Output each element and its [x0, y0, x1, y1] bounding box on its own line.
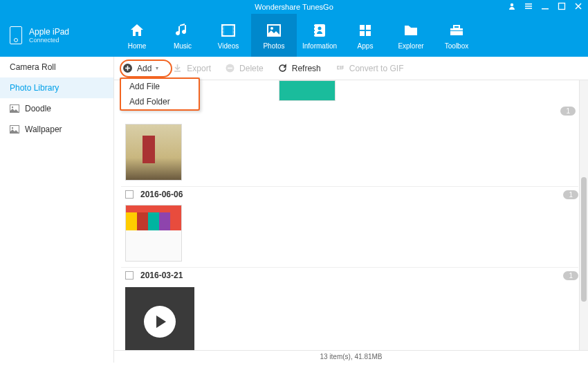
sidebar-item-wallpaper[interactable]: Wallpaper — [0, 119, 113, 140]
nav-toolbox[interactable]: Toolbox — [434, 14, 479, 57]
svg-point-11 — [223, 33, 224, 35]
svg-point-14 — [233, 33, 235, 35]
album-checkbox[interactable] — [125, 190, 134, 199]
refresh-icon — [277, 63, 288, 73]
svg-point-10 — [223, 30, 224, 31]
sidebar-item-label: Photo Library — [10, 83, 59, 93]
device-panel[interactable]: Apple iPad Connected — [0, 14, 114, 57]
main-nav: Home Music Videos Photos Information App… — [114, 14, 588, 57]
convert-gif-button[interactable]: Convert to GIF — [335, 63, 404, 73]
plus-circle-icon — [122, 63, 133, 73]
photos-icon — [265, 21, 283, 39]
delete-label: Delete — [239, 64, 264, 73]
thumbnail-row — [121, 202, 578, 267]
svg-rect-3 — [525, 8, 532, 9]
photo-thumbnail[interactable] — [125, 124, 182, 181]
svg-rect-25 — [366, 31, 371, 36]
nav-apps[interactable]: Apps — [342, 14, 388, 57]
close-icon[interactable] — [574, 2, 582, 12]
titlebar: Wondershare TunesGo — [0, 0, 588, 14]
toolbox-icon — [448, 21, 466, 39]
svg-point-31 — [12, 107, 13, 108]
nav-photos[interactable]: Photos — [251, 14, 297, 57]
delete-button[interactable]: Delete — [225, 63, 264, 73]
svg-rect-27 — [450, 28, 463, 35]
statusbar: 13 item(s), 41.81MB — [114, 350, 588, 363]
thumbnail-row — [121, 121, 578, 186]
gif-label: Convert to GIF — [349, 64, 404, 73]
dropdown-arrow-icon: ▾ — [156, 65, 158, 71]
header: Apple iPad Connected Home Music Videos P… — [0, 14, 588, 57]
add-folder-item[interactable]: Add Folder — [121, 94, 199, 109]
photo-list: 1 2016-06-06 1 2016-03-21 1 — [114, 80, 588, 350]
svg-rect-2 — [525, 6, 532, 7]
album-date: 2016-03-21 — [140, 271, 183, 280]
ipad-icon — [10, 26, 22, 44]
sidebar-item-label: Doodle — [25, 104, 51, 113]
app-title: Wondershare TunesGo — [255, 3, 333, 11]
photo-thumbnail[interactable] — [125, 205, 182, 262]
album-checkbox[interactable] — [125, 271, 134, 280]
svg-point-21 — [318, 26, 322, 30]
play-icon — [144, 306, 176, 338]
information-icon — [311, 21, 329, 39]
svg-rect-22 — [360, 25, 365, 30]
home-icon — [128, 21, 146, 39]
scrollbar-thumb[interactable] — [581, 177, 587, 302]
add-file-item[interactable]: Add File — [121, 79, 199, 94]
sidebar-item-photo-library[interactable]: Photo Library — [0, 77, 113, 98]
count-badge: 1 — [560, 107, 576, 116]
album-header: 2016-06-06 1 — [121, 186, 578, 202]
nav-information[interactable]: Information — [297, 14, 342, 57]
nav-explorer[interactable]: Explorer — [388, 14, 434, 57]
toolbar: Add ▾ Export Delete Refresh Convert to G… — [114, 57, 588, 80]
svg-point-33 — [12, 127, 13, 129]
svg-rect-20 — [313, 33, 315, 35]
maximize-icon[interactable] — [558, 2, 566, 12]
add-dropdown: Add File Add Folder — [120, 77, 200, 111]
minimize-icon[interactable] — [541, 2, 549, 12]
svg-rect-29 — [450, 30, 463, 31]
svg-point-0 — [511, 3, 513, 6]
nav-music[interactable]: Music — [160, 14, 205, 57]
device-status: Connected — [29, 37, 69, 44]
device-name: Apple iPad — [29, 27, 69, 37]
thumbnail-row — [121, 287, 578, 350]
nav-videos[interactable]: Videos — [205, 14, 251, 57]
nav-home[interactable]: Home — [114, 14, 160, 57]
sidebar-item-label: Wallpaper — [25, 125, 62, 134]
svg-point-9 — [223, 26, 224, 28]
scrollbar[interactable] — [579, 80, 588, 350]
sidebar-item-camera-roll[interactable]: Camera Roll — [0, 57, 113, 77]
explorer-icon — [402, 21, 420, 39]
menu-icon[interactable] — [524, 2, 533, 12]
svg-rect-19 — [313, 30, 315, 31]
svg-rect-36 — [228, 68, 232, 69]
video-thumbnail[interactable] — [125, 287, 194, 350]
export-label: Export — [187, 64, 211, 73]
count-badge: 1 — [563, 271, 578, 280]
apps-icon — [356, 21, 374, 39]
refresh-button[interactable]: Refresh — [277, 63, 321, 73]
user-icon[interactable] — [508, 2, 516, 12]
photo-icon — [10, 104, 19, 113]
export-button[interactable]: Export — [172, 63, 211, 73]
svg-point-13 — [233, 30, 235, 31]
svg-rect-1 — [525, 3, 532, 5]
delete-icon — [225, 63, 235, 73]
svg-rect-18 — [313, 26, 315, 28]
export-icon — [172, 63, 183, 73]
gif-icon — [335, 63, 345, 73]
videos-icon — [219, 21, 237, 39]
refresh-label: Refresh — [292, 64, 321, 73]
photo-thumbnail[interactable] — [279, 80, 336, 101]
svg-rect-24 — [360, 31, 365, 36]
album-date: 2016-06-06 — [140, 190, 183, 199]
svg-point-16 — [270, 27, 273, 30]
count-badge: 1 — [563, 190, 578, 199]
svg-rect-4 — [542, 8, 549, 10]
content-area: Add ▾ Export Delete Refresh Convert to G… — [114, 57, 588, 363]
window-controls — [508, 2, 582, 12]
add-button[interactable]: Add ▾ — [122, 63, 158, 73]
sidebar-item-doodle[interactable]: Doodle — [0, 98, 113, 119]
